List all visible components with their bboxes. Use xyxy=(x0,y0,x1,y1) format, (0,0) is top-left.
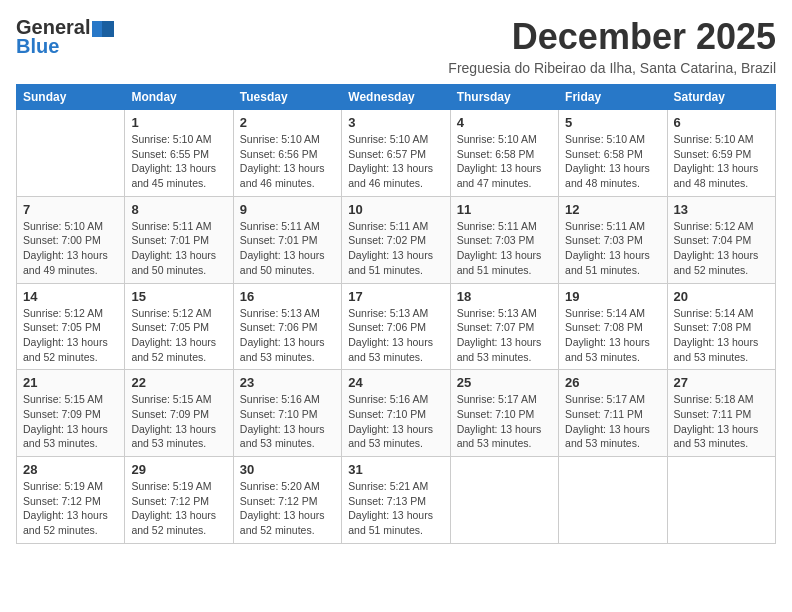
day-number: 7 xyxy=(23,202,118,217)
location-subtitle: Freguesia do Ribeirao da Ilha, Santa Cat… xyxy=(448,60,776,76)
day-number: 13 xyxy=(674,202,769,217)
day-info: Sunrise: 5:10 AM Sunset: 7:00 PM Dayligh… xyxy=(23,219,118,278)
title-block: December 2025 Freguesia do Ribeirao da I… xyxy=(448,16,776,76)
day-number: 24 xyxy=(348,375,443,390)
day-number: 6 xyxy=(674,115,769,130)
day-number: 14 xyxy=(23,289,118,304)
col-header-tuesday: Tuesday xyxy=(233,85,341,110)
calendar-cell: 21Sunrise: 5:15 AM Sunset: 7:09 PM Dayli… xyxy=(17,370,125,457)
calendar-cell: 27Sunrise: 5:18 AM Sunset: 7:11 PM Dayli… xyxy=(667,370,775,457)
day-number: 23 xyxy=(240,375,335,390)
calendar-cell: 4Sunrise: 5:10 AM Sunset: 6:58 PM Daylig… xyxy=(450,110,558,197)
calendar-cell: 26Sunrise: 5:17 AM Sunset: 7:11 PM Dayli… xyxy=(559,370,667,457)
day-number: 18 xyxy=(457,289,552,304)
col-header-wednesday: Wednesday xyxy=(342,85,450,110)
day-info: Sunrise: 5:13 AM Sunset: 7:06 PM Dayligh… xyxy=(348,306,443,365)
calendar-header-row: SundayMondayTuesdayWednesdayThursdayFrid… xyxy=(17,85,776,110)
calendar-cell: 1Sunrise: 5:10 AM Sunset: 6:55 PM Daylig… xyxy=(125,110,233,197)
logo: General Blue xyxy=(16,16,114,58)
day-info: Sunrise: 5:15 AM Sunset: 7:09 PM Dayligh… xyxy=(131,392,226,451)
calendar-cell: 30Sunrise: 5:20 AM Sunset: 7:12 PM Dayli… xyxy=(233,457,341,544)
day-number: 27 xyxy=(674,375,769,390)
day-number: 12 xyxy=(565,202,660,217)
calendar-week-1: 1Sunrise: 5:10 AM Sunset: 6:55 PM Daylig… xyxy=(17,110,776,197)
day-number: 5 xyxy=(565,115,660,130)
calendar-cell: 20Sunrise: 5:14 AM Sunset: 7:08 PM Dayli… xyxy=(667,283,775,370)
day-info: Sunrise: 5:14 AM Sunset: 7:08 PM Dayligh… xyxy=(674,306,769,365)
day-info: Sunrise: 5:16 AM Sunset: 7:10 PM Dayligh… xyxy=(240,392,335,451)
day-number: 30 xyxy=(240,462,335,477)
calendar-cell xyxy=(17,110,125,197)
day-number: 26 xyxy=(565,375,660,390)
calendar-cell: 14Sunrise: 5:12 AM Sunset: 7:05 PM Dayli… xyxy=(17,283,125,370)
calendar-week-5: 28Sunrise: 5:19 AM Sunset: 7:12 PM Dayli… xyxy=(17,457,776,544)
svg-marker-1 xyxy=(102,21,114,37)
day-info: Sunrise: 5:12 AM Sunset: 7:05 PM Dayligh… xyxy=(23,306,118,365)
day-number: 16 xyxy=(240,289,335,304)
col-header-sunday: Sunday xyxy=(17,85,125,110)
day-info: Sunrise: 5:17 AM Sunset: 7:10 PM Dayligh… xyxy=(457,392,552,451)
day-info: Sunrise: 5:10 AM Sunset: 6:55 PM Dayligh… xyxy=(131,132,226,191)
day-info: Sunrise: 5:10 AM Sunset: 6:58 PM Dayligh… xyxy=(457,132,552,191)
day-info: Sunrise: 5:11 AM Sunset: 7:02 PM Dayligh… xyxy=(348,219,443,278)
calendar-cell: 13Sunrise: 5:12 AM Sunset: 7:04 PM Dayli… xyxy=(667,196,775,283)
calendar-cell xyxy=(450,457,558,544)
calendar-cell: 24Sunrise: 5:16 AM Sunset: 7:10 PM Dayli… xyxy=(342,370,450,457)
day-info: Sunrise: 5:14 AM Sunset: 7:08 PM Dayligh… xyxy=(565,306,660,365)
calendar-week-4: 21Sunrise: 5:15 AM Sunset: 7:09 PM Dayli… xyxy=(17,370,776,457)
logo-icon xyxy=(92,21,114,37)
calendar-table: SundayMondayTuesdayWednesdayThursdayFrid… xyxy=(16,84,776,544)
day-info: Sunrise: 5:12 AM Sunset: 7:05 PM Dayligh… xyxy=(131,306,226,365)
calendar-cell: 17Sunrise: 5:13 AM Sunset: 7:06 PM Dayli… xyxy=(342,283,450,370)
day-number: 22 xyxy=(131,375,226,390)
day-number: 9 xyxy=(240,202,335,217)
day-info: Sunrise: 5:12 AM Sunset: 7:04 PM Dayligh… xyxy=(674,219,769,278)
day-number: 25 xyxy=(457,375,552,390)
day-info: Sunrise: 5:21 AM Sunset: 7:13 PM Dayligh… xyxy=(348,479,443,538)
calendar-cell xyxy=(559,457,667,544)
calendar-cell: 5Sunrise: 5:10 AM Sunset: 6:58 PM Daylig… xyxy=(559,110,667,197)
calendar-week-3: 14Sunrise: 5:12 AM Sunset: 7:05 PM Dayli… xyxy=(17,283,776,370)
calendar-week-2: 7Sunrise: 5:10 AM Sunset: 7:00 PM Daylig… xyxy=(17,196,776,283)
calendar-cell: 2Sunrise: 5:10 AM Sunset: 6:56 PM Daylig… xyxy=(233,110,341,197)
calendar-cell: 22Sunrise: 5:15 AM Sunset: 7:09 PM Dayli… xyxy=(125,370,233,457)
day-info: Sunrise: 5:10 AM Sunset: 6:57 PM Dayligh… xyxy=(348,132,443,191)
calendar-cell: 19Sunrise: 5:14 AM Sunset: 7:08 PM Dayli… xyxy=(559,283,667,370)
day-number: 8 xyxy=(131,202,226,217)
day-number: 17 xyxy=(348,289,443,304)
calendar-cell: 28Sunrise: 5:19 AM Sunset: 7:12 PM Dayli… xyxy=(17,457,125,544)
day-info: Sunrise: 5:16 AM Sunset: 7:10 PM Dayligh… xyxy=(348,392,443,451)
logo-blue: Blue xyxy=(16,35,59,58)
col-header-friday: Friday xyxy=(559,85,667,110)
calendar-cell: 7Sunrise: 5:10 AM Sunset: 7:00 PM Daylig… xyxy=(17,196,125,283)
page-header: General Blue December 2025 Freguesia do … xyxy=(16,16,776,76)
day-number: 15 xyxy=(131,289,226,304)
day-info: Sunrise: 5:10 AM Sunset: 6:58 PM Dayligh… xyxy=(565,132,660,191)
col-header-monday: Monday xyxy=(125,85,233,110)
day-number: 19 xyxy=(565,289,660,304)
calendar-cell: 6Sunrise: 5:10 AM Sunset: 6:59 PM Daylig… xyxy=(667,110,775,197)
day-info: Sunrise: 5:17 AM Sunset: 7:11 PM Dayligh… xyxy=(565,392,660,451)
calendar-cell: 23Sunrise: 5:16 AM Sunset: 7:10 PM Dayli… xyxy=(233,370,341,457)
day-info: Sunrise: 5:15 AM Sunset: 7:09 PM Dayligh… xyxy=(23,392,118,451)
day-number: 1 xyxy=(131,115,226,130)
month-title: December 2025 xyxy=(448,16,776,58)
day-number: 10 xyxy=(348,202,443,217)
calendar-cell: 18Sunrise: 5:13 AM Sunset: 7:07 PM Dayli… xyxy=(450,283,558,370)
day-number: 28 xyxy=(23,462,118,477)
day-info: Sunrise: 5:13 AM Sunset: 7:06 PM Dayligh… xyxy=(240,306,335,365)
calendar-cell: 11Sunrise: 5:11 AM Sunset: 7:03 PM Dayli… xyxy=(450,196,558,283)
col-header-saturday: Saturday xyxy=(667,85,775,110)
day-info: Sunrise: 5:20 AM Sunset: 7:12 PM Dayligh… xyxy=(240,479,335,538)
day-info: Sunrise: 5:10 AM Sunset: 6:59 PM Dayligh… xyxy=(674,132,769,191)
day-number: 31 xyxy=(348,462,443,477)
day-info: Sunrise: 5:11 AM Sunset: 7:03 PM Dayligh… xyxy=(457,219,552,278)
calendar-cell: 29Sunrise: 5:19 AM Sunset: 7:12 PM Dayli… xyxy=(125,457,233,544)
day-number: 29 xyxy=(131,462,226,477)
calendar-cell: 9Sunrise: 5:11 AM Sunset: 7:01 PM Daylig… xyxy=(233,196,341,283)
day-number: 2 xyxy=(240,115,335,130)
day-info: Sunrise: 5:18 AM Sunset: 7:11 PM Dayligh… xyxy=(674,392,769,451)
calendar-cell: 10Sunrise: 5:11 AM Sunset: 7:02 PM Dayli… xyxy=(342,196,450,283)
col-header-thursday: Thursday xyxy=(450,85,558,110)
calendar-cell: 15Sunrise: 5:12 AM Sunset: 7:05 PM Dayli… xyxy=(125,283,233,370)
